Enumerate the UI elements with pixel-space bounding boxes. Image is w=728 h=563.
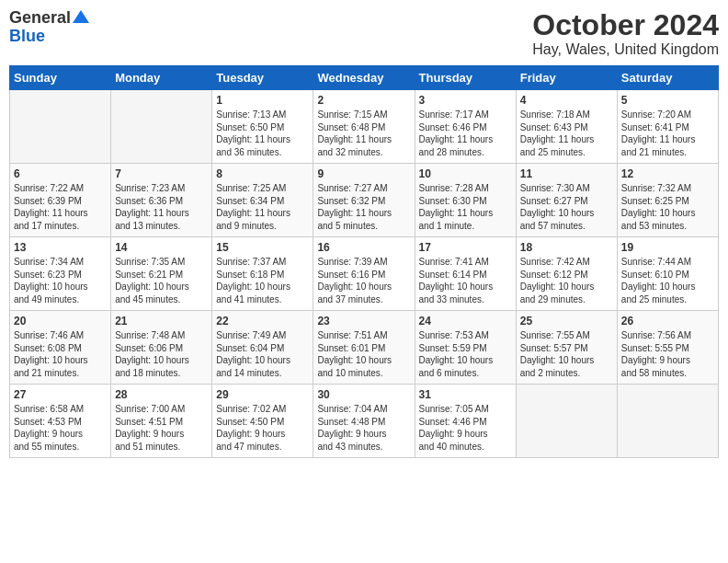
day-number: 2 bbox=[317, 94, 410, 107]
day-number: 18 bbox=[520, 241, 613, 254]
day-number: 15 bbox=[216, 241, 309, 254]
day-cell: 14Sunrise: 7:35 AMSunset: 6:21 PMDayligh… bbox=[111, 237, 212, 311]
logo-general-text: General bbox=[9, 9, 71, 28]
svg-marker-0 bbox=[73, 10, 89, 23]
day-cell: 28Sunrise: 7:00 AMSunset: 4:51 PMDayligh… bbox=[111, 385, 212, 458]
day-content: Sunrise: 7:13 AMSunset: 6:50 PMDaylight:… bbox=[216, 109, 309, 158]
day-cell: 1Sunrise: 7:13 AMSunset: 6:50 PMDaylight… bbox=[212, 90, 313, 164]
day-cell: 6Sunrise: 7:22 AMSunset: 6:39 PMDaylight… bbox=[10, 164, 111, 237]
header-wednesday: Wednesday bbox=[313, 66, 415, 90]
day-content: Sunrise: 7:41 AMSunset: 6:14 PMDaylight:… bbox=[419, 256, 512, 305]
day-cell: 17Sunrise: 7:41 AMSunset: 6:14 PMDayligh… bbox=[415, 237, 516, 311]
day-number: 3 bbox=[419, 94, 512, 107]
day-number: 24 bbox=[419, 315, 512, 327]
day-cell: 23Sunrise: 7:51 AMSunset: 6:01 PMDayligh… bbox=[313, 311, 415, 385]
day-cell: 18Sunrise: 7:42 AMSunset: 6:12 PMDayligh… bbox=[516, 237, 617, 311]
day-number: 4 bbox=[520, 94, 613, 107]
day-number: 27 bbox=[14, 388, 107, 401]
page-header: General Blue October 2024 Hay, Wales, Un… bbox=[9, 9, 719, 58]
day-number: 23 bbox=[317, 315, 410, 327]
day-cell: 8Sunrise: 7:25 AMSunset: 6:34 PMDaylight… bbox=[212, 164, 313, 237]
header-friday: Friday bbox=[516, 66, 617, 90]
title-block: October 2024 Hay, Wales, United Kingdom bbox=[532, 9, 719, 58]
day-number: 11 bbox=[520, 167, 613, 180]
day-content: Sunrise: 7:20 AMSunset: 6:41 PMDaylight:… bbox=[621, 109, 714, 158]
day-number: 5 bbox=[621, 94, 714, 107]
day-cell bbox=[516, 385, 617, 458]
header-sunday: Sunday bbox=[10, 66, 111, 90]
day-content: Sunrise: 7:35 AMSunset: 6:21 PMDaylight:… bbox=[115, 256, 208, 305]
day-content: Sunrise: 7:28 AMSunset: 6:30 PMDaylight:… bbox=[419, 182, 512, 232]
day-content: Sunrise: 7:39 AMSunset: 6:16 PMDaylight:… bbox=[317, 256, 410, 305]
day-number: 7 bbox=[115, 167, 208, 180]
day-content: Sunrise: 7:37 AMSunset: 6:18 PMDaylight:… bbox=[216, 256, 309, 305]
day-content: Sunrise: 7:05 AMSunset: 4:46 PMDaylight:… bbox=[419, 403, 512, 453]
day-cell: 26Sunrise: 7:56 AMSunset: 5:55 PMDayligh… bbox=[617, 311, 718, 385]
day-content: Sunrise: 7:00 AMSunset: 4:51 PMDaylight:… bbox=[115, 403, 208, 453]
day-cell: 7Sunrise: 7:23 AMSunset: 6:36 PMDaylight… bbox=[111, 164, 212, 237]
month-title: October 2024 bbox=[532, 9, 719, 41]
header-thursday: Thursday bbox=[415, 66, 516, 90]
day-number: 26 bbox=[621, 315, 714, 327]
day-number: 31 bbox=[419, 388, 512, 401]
week-row-2: 6Sunrise: 7:22 AMSunset: 6:39 PMDaylight… bbox=[10, 164, 719, 237]
day-number: 28 bbox=[115, 388, 208, 401]
day-content: Sunrise: 7:48 AMSunset: 6:06 PMDaylight:… bbox=[115, 329, 208, 379]
logo: General Blue bbox=[9, 9, 89, 46]
day-content: Sunrise: 7:15 AMSunset: 6:48 PMDaylight:… bbox=[317, 109, 410, 158]
day-cell: 21Sunrise: 7:48 AMSunset: 6:06 PMDayligh… bbox=[111, 311, 212, 385]
day-content: Sunrise: 7:17 AMSunset: 6:46 PMDaylight:… bbox=[419, 109, 512, 158]
day-content: Sunrise: 7:30 AMSunset: 6:27 PMDaylight:… bbox=[520, 182, 613, 232]
day-number: 12 bbox=[621, 167, 714, 180]
day-content: Sunrise: 7:55 AMSunset: 5:57 PMDaylight:… bbox=[520, 329, 613, 379]
week-row-4: 20Sunrise: 7:46 AMSunset: 6:08 PMDayligh… bbox=[10, 311, 719, 385]
day-content: Sunrise: 7:32 AMSunset: 6:25 PMDaylight:… bbox=[621, 182, 714, 232]
day-number: 6 bbox=[14, 167, 107, 180]
day-cell: 11Sunrise: 7:30 AMSunset: 6:27 PMDayligh… bbox=[516, 164, 617, 237]
day-cell: 22Sunrise: 7:49 AMSunset: 6:04 PMDayligh… bbox=[212, 311, 313, 385]
day-cell bbox=[111, 90, 212, 164]
day-content: Sunrise: 7:04 AMSunset: 4:48 PMDaylight:… bbox=[317, 403, 410, 453]
logo-blue-text: Blue bbox=[9, 27, 45, 45]
day-cell: 5Sunrise: 7:20 AMSunset: 6:41 PMDaylight… bbox=[617, 90, 718, 164]
day-content: Sunrise: 7:46 AMSunset: 6:08 PMDaylight:… bbox=[14, 329, 107, 379]
week-row-1: 1Sunrise: 7:13 AMSunset: 6:50 PMDaylight… bbox=[10, 90, 719, 164]
day-content: Sunrise: 6:58 AMSunset: 4:53 PMDaylight:… bbox=[14, 403, 107, 453]
day-number: 29 bbox=[216, 388, 309, 401]
day-content: Sunrise: 7:25 AMSunset: 6:34 PMDaylight:… bbox=[216, 182, 309, 232]
day-number: 1 bbox=[216, 94, 309, 107]
day-cell: 31Sunrise: 7:05 AMSunset: 4:46 PMDayligh… bbox=[415, 385, 516, 458]
day-content: Sunrise: 7:42 AMSunset: 6:12 PMDaylight:… bbox=[520, 256, 613, 305]
day-content: Sunrise: 7:02 AMSunset: 4:50 PMDaylight:… bbox=[216, 403, 309, 453]
day-content: Sunrise: 7:27 AMSunset: 6:32 PMDaylight:… bbox=[317, 182, 410, 232]
day-number: 13 bbox=[14, 241, 107, 254]
day-number: 25 bbox=[520, 315, 613, 327]
day-number: 8 bbox=[216, 167, 309, 180]
day-number: 9 bbox=[317, 167, 410, 180]
day-cell: 27Sunrise: 6:58 AMSunset: 4:53 PMDayligh… bbox=[10, 385, 111, 458]
day-cell: 25Sunrise: 7:55 AMSunset: 5:57 PMDayligh… bbox=[516, 311, 617, 385]
day-cell: 13Sunrise: 7:34 AMSunset: 6:23 PMDayligh… bbox=[10, 237, 111, 311]
day-cell: 10Sunrise: 7:28 AMSunset: 6:30 PMDayligh… bbox=[415, 164, 516, 237]
day-cell: 15Sunrise: 7:37 AMSunset: 6:18 PMDayligh… bbox=[212, 237, 313, 311]
week-row-3: 13Sunrise: 7:34 AMSunset: 6:23 PMDayligh… bbox=[10, 237, 719, 311]
day-cell: 19Sunrise: 7:44 AMSunset: 6:10 PMDayligh… bbox=[617, 237, 718, 311]
day-content: Sunrise: 7:22 AMSunset: 6:39 PMDaylight:… bbox=[14, 182, 107, 232]
day-cell: 9Sunrise: 7:27 AMSunset: 6:32 PMDaylight… bbox=[313, 164, 415, 237]
day-number: 19 bbox=[621, 241, 714, 254]
day-content: Sunrise: 7:53 AMSunset: 5:59 PMDaylight:… bbox=[419, 329, 512, 379]
day-content: Sunrise: 7:34 AMSunset: 6:23 PMDaylight:… bbox=[14, 256, 107, 305]
day-cell bbox=[617, 385, 718, 458]
week-row-5: 27Sunrise: 6:58 AMSunset: 4:53 PMDayligh… bbox=[10, 385, 719, 458]
location-title: Hay, Wales, United Kingdom bbox=[532, 41, 719, 58]
day-content: Sunrise: 7:51 AMSunset: 6:01 PMDaylight:… bbox=[317, 329, 410, 379]
day-content: Sunrise: 7:44 AMSunset: 6:10 PMDaylight:… bbox=[621, 256, 714, 305]
calendar-table: SundayMondayTuesdayWednesdayThursdayFrid… bbox=[9, 65, 719, 458]
day-content: Sunrise: 7:18 AMSunset: 6:43 PMDaylight:… bbox=[520, 109, 613, 158]
day-content: Sunrise: 7:56 AMSunset: 5:55 PMDaylight:… bbox=[621, 329, 714, 379]
day-cell bbox=[10, 90, 111, 164]
day-number: 20 bbox=[14, 315, 107, 327]
day-cell: 2Sunrise: 7:15 AMSunset: 6:48 PMDaylight… bbox=[313, 90, 415, 164]
header-saturday: Saturday bbox=[617, 66, 718, 90]
day-cell: 24Sunrise: 7:53 AMSunset: 5:59 PMDayligh… bbox=[415, 311, 516, 385]
